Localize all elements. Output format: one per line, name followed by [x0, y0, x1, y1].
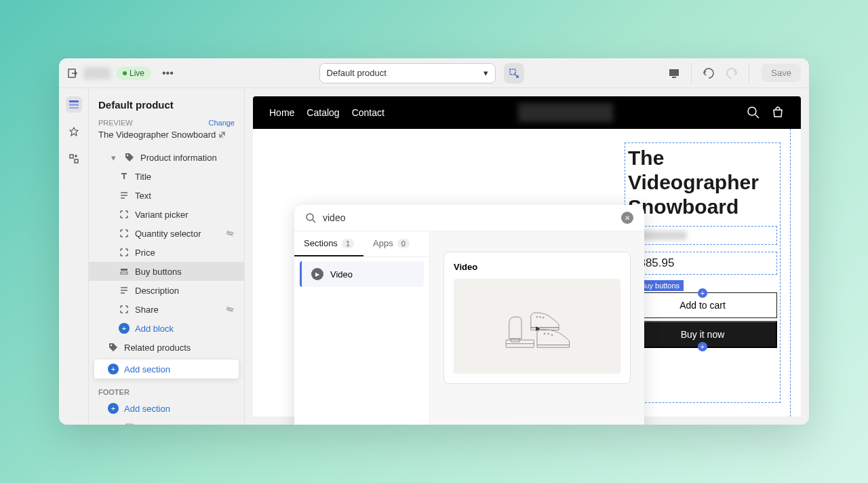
more-icon[interactable]: ••• — [157, 64, 179, 82]
footer-group-label: FOOTER — [89, 381, 244, 399]
result-label: Video — [330, 269, 353, 279]
nav-home[interactable]: Home — [269, 107, 294, 118]
left-rail — [59, 88, 89, 425]
sidebar-title: Default product — [89, 96, 244, 117]
clear-icon[interactable]: ✕ — [621, 212, 633, 224]
tree-product-information[interactable]: ▾ Product information — [89, 148, 244, 167]
add-section-label: Add section — [124, 364, 170, 374]
lines-icon — [119, 190, 130, 201]
svg-point-16 — [307, 214, 313, 220]
apps-rail-icon[interactable] — [66, 151, 82, 167]
insert-handle-icon[interactable]: + — [698, 288, 707, 298]
lines-icon — [119, 285, 130, 296]
tree-quantity-selector[interactable]: Quantity selector — [89, 224, 244, 243]
hidden-icon[interactable] — [225, 305, 235, 314]
svg-point-15 — [748, 107, 756, 115]
caret-down-icon: ▾ — [108, 152, 119, 163]
exit-icon[interactable] — [67, 68, 78, 79]
save-button[interactable]: Save — [762, 64, 801, 82]
svg-rect-2 — [669, 69, 679, 76]
settings-rail-icon[interactable] — [66, 123, 82, 140]
nav-catalog[interactable]: Catalog — [307, 107, 339, 118]
add-section-modal: ✕ Sections 1 Apps 0 ▶ Video — [294, 205, 644, 425]
tree-buy-buttons[interactable]: Buy buttons — [89, 262, 244, 281]
search-icon[interactable] — [747, 106, 760, 119]
preview-card-title: Video — [454, 262, 620, 272]
live-badge: Live — [116, 66, 151, 80]
tab-apps[interactable]: Apps 0 — [363, 231, 419, 256]
insert-handle-icon[interactable]: + — [698, 342, 707, 351]
plus-icon: + — [108, 403, 119, 414]
search-input[interactable] — [323, 212, 614, 223]
product-info-panel: The Videographer Snowboard $885.95 Buy b… — [625, 142, 781, 403]
add-to-cart-button[interactable]: Add to cart + — [628, 292, 777, 318]
redo-icon[interactable] — [722, 63, 742, 83]
search-row: ✕ — [294, 205, 644, 231]
button-label: Add to cart — [679, 300, 726, 311]
add-section-footer-button[interactable]: + Add section — [89, 399, 244, 418]
tree-price[interactable]: Price — [89, 243, 244, 262]
preview-card: Video — [443, 252, 631, 384]
tabs-row: Sections 1 Apps 0 — [294, 231, 429, 257]
product-select[interactable]: Default product ▾ — [319, 63, 496, 83]
preview-label: PREVIEW — [98, 119, 133, 127]
tab-badge: 1 — [342, 239, 354, 248]
tree-share[interactable]: Share — [89, 300, 244, 319]
svg-rect-13 — [126, 424, 133, 425]
add-section-button[interactable]: + Add section — [94, 360, 239, 379]
nav-contact[interactable]: Contact — [352, 107, 384, 118]
tree-label: Product information — [140, 153, 217, 163]
tree-description[interactable]: Description — [89, 281, 244, 300]
tree-variant-picker[interactable]: Variant picker — [89, 205, 244, 224]
svg-rect-3 — [672, 77, 676, 78]
cart-icon[interactable] — [771, 106, 785, 119]
tree-footer[interactable]: ▸ Footer — [89, 418, 244, 425]
desktop-icon[interactable] — [664, 63, 684, 83]
change-link[interactable]: Change — [208, 119, 235, 127]
svg-rect-5 — [69, 104, 79, 106]
sections-rail-icon[interactable] — [66, 96, 82, 113]
editor-window: Live ••• Default product ▾ Save — [59, 58, 809, 425]
text-icon — [119, 171, 130, 182]
tag-icon — [108, 342, 119, 353]
tree-text[interactable]: Text — [89, 186, 244, 205]
tree-label: Text — [135, 191, 151, 201]
buy-it-now-button[interactable]: Buy it now + — [628, 321, 777, 348]
tree-title[interactable]: Title — [89, 167, 244, 186]
top-center: Default product ▾ — [184, 63, 659, 83]
chevron-down-icon: ▾ — [484, 68, 488, 78]
theme-name-blur — [83, 67, 111, 79]
tab-sections[interactable]: Sections 1 — [294, 231, 363, 256]
add-block-button[interactable]: + Add block — [89, 319, 244, 338]
button-label: Buy it now — [681, 329, 725, 340]
svg-point-19 — [540, 316, 541, 317]
shoes-illustration-icon — [500, 299, 574, 353]
top-right: Save — [664, 63, 801, 83]
caret-right-icon: ▸ — [108, 422, 119, 425]
divider — [749, 63, 749, 83]
play-icon: ▶ — [311, 268, 323, 280]
add-block-label: Add block — [135, 324, 174, 334]
hidden-icon[interactable] — [225, 229, 235, 238]
undo-icon[interactable] — [698, 63, 719, 83]
tree-label: Variant picker — [135, 210, 189, 220]
expand-icon — [119, 209, 130, 220]
svg-rect-8 — [75, 159, 78, 163]
product-link-text: The Videographer Snowboard — [98, 130, 216, 140]
price-text: $885.95 — [633, 256, 772, 270]
inspector-button[interactable] — [504, 63, 524, 83]
product-title: The Videographer Snowboard — [628, 146, 777, 219]
result-video[interactable]: ▶ Video — [300, 261, 424, 287]
tree-label: Description — [135, 286, 179, 296]
tree-label: Footer — [140, 423, 166, 425]
top-bar: Live ••• Default product ▾ Save — [59, 58, 809, 88]
tree-label: Share — [135, 305, 159, 315]
tree-related-products[interactable]: Related products — [89, 338, 244, 357]
vendor-box — [628, 226, 777, 245]
price-box: $885.95 — [628, 252, 777, 275]
svg-rect-6 — [69, 107, 79, 109]
svg-rect-11 — [121, 272, 127, 274]
tree-label: Related products — [124, 343, 191, 353]
buy-buttons-block: Buy buttons Add to cart + Buy it now + — [628, 279, 777, 348]
product-preview-link[interactable]: The Videographer Snowboard — [89, 128, 244, 148]
